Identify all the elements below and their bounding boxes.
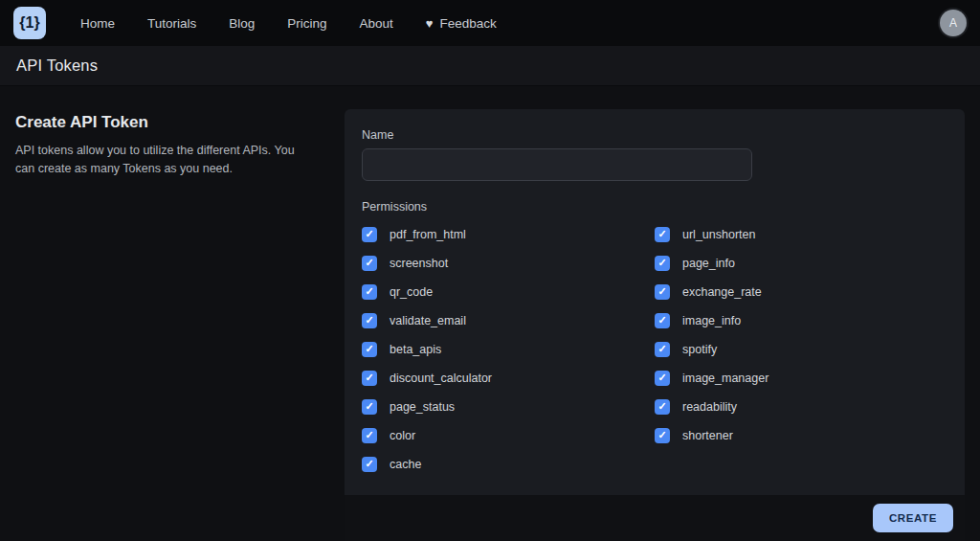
- permission-label: color: [390, 429, 415, 442]
- permissions-label: Permissions: [362, 200, 947, 214]
- permission-label: beta_apis: [390, 343, 441, 356]
- checkbox-exchange_rate[interactable]: ✓: [655, 284, 670, 300]
- permission-item-spotify[interactable]: ✓spotify: [655, 340, 947, 358]
- permission-item-cache[interactable]: ✓cache: [362, 455, 655, 473]
- nav-item-pricing[interactable]: Pricing: [287, 16, 326, 31]
- intro-title: Create API Token: [15, 113, 318, 132]
- permission-label: image_manager: [682, 372, 768, 385]
- nav-item-home[interactable]: Home: [80, 16, 115, 31]
- checkbox-page_status[interactable]: ✓: [362, 399, 377, 415]
- checkbox-spotify[interactable]: ✓: [655, 342, 670, 357]
- permission-label: readability: [682, 400, 737, 414]
- page-title: API Tokens: [16, 56, 98, 75]
- permission-item-url_unshorten[interactable]: ✓url_unshorten: [655, 225, 947, 243]
- create-button[interactable]: CREATE: [873, 504, 953, 532]
- permission-item-screenshot[interactable]: ✓screenshot: [362, 254, 655, 272]
- checkbox-url_unshorten[interactable]: ✓: [655, 227, 670, 242]
- permission-item-validate_email[interactable]: ✓validate_email: [362, 311, 655, 329]
- permission-label: spotify: [682, 343, 717, 356]
- navbar: {1} Home Tutorials Blog Pricing About ♥ …: [0, 0, 980, 46]
- name-input[interactable]: [362, 148, 752, 181]
- nav-item-tutorials[interactable]: Tutorials: [147, 16, 196, 31]
- permission-item-exchange_rate[interactable]: ✓exchange_rate: [655, 282, 947, 301]
- checkbox-page_info[interactable]: ✓: [655, 256, 670, 271]
- create-token-card: Name Permissions ✓pdf_from_html✓screensh…: [345, 109, 965, 541]
- permission-label: url_unshorten: [682, 228, 755, 241]
- permissions-grid: ✓pdf_from_html✓screenshot✓qr_code✓valida…: [362, 225, 947, 473]
- permission-item-page_status[interactable]: ✓page_status: [362, 397, 655, 416]
- checkbox-cache[interactable]: ✓: [362, 457, 377, 472]
- permission-item-color[interactable]: ✓color: [362, 426, 655, 444]
- checkbox-beta_apis[interactable]: ✓: [362, 342, 377, 357]
- permission-label: cache: [390, 458, 421, 471]
- permission-label: qr_code: [390, 285, 433, 299]
- permission-label: pdf_from_html: [390, 228, 466, 241]
- page-header: API Tokens: [0, 46, 980, 86]
- checkbox-validate_email[interactable]: ✓: [362, 313, 377, 328]
- permission-item-shortener[interactable]: ✓shortener: [655, 426, 947, 444]
- create-token-form: Name Permissions ✓pdf_from_html✓screensh…: [345, 109, 965, 495]
- app-logo[interactable]: {1}: [13, 7, 46, 39]
- permission-label: image_info: [682, 314, 741, 327]
- heart-icon: ♥: [426, 16, 434, 31]
- checkbox-shortener[interactable]: ✓: [655, 428, 670, 443]
- permission-item-image_info[interactable]: ✓image_info: [655, 311, 947, 329]
- nav-item-about[interactable]: About: [360, 16, 393, 31]
- permission-label: exchange_rate: [682, 285, 762, 299]
- permission-label: page_info: [682, 257, 735, 270]
- intro-column: Create API Token API tokens allow you to…: [15, 109, 345, 541]
- permission-label: page_status: [390, 400, 455, 414]
- permission-item-image_manager[interactable]: ✓image_manager: [655, 369, 947, 387]
- nav-item-feedback[interactable]: ♥ Feedback: [426, 16, 497, 31]
- permission-item-beta_apis[interactable]: ✓beta_apis: [362, 340, 655, 358]
- permission-item-pdf_from_html[interactable]: ✓pdf_from_html: [362, 225, 655, 243]
- card-footer: CREATE: [345, 495, 965, 541]
- permission-label: shortener: [682, 429, 733, 442]
- checkbox-pdf_from_html[interactable]: ✓: [362, 227, 377, 242]
- avatar[interactable]: A: [940, 10, 967, 36]
- permissions-column-right: ✓url_unshorten✓page_info✓exchange_rate✓i…: [655, 225, 947, 473]
- nav-item-blog[interactable]: Blog: [229, 16, 255, 31]
- permission-label: discount_calculator: [390, 372, 492, 385]
- permissions-column-left: ✓pdf_from_html✓screenshot✓qr_code✓valida…: [362, 225, 655, 473]
- permission-item-page_info[interactable]: ✓page_info: [655, 254, 947, 272]
- permission-label: screenshot: [390, 257, 448, 270]
- checkbox-image_info[interactable]: ✓: [655, 313, 670, 328]
- content: Create API Token API tokens allow you to…: [0, 86, 980, 541]
- checkbox-color[interactable]: ✓: [362, 428, 377, 443]
- checkbox-qr_code[interactable]: ✓: [362, 284, 377, 300]
- intro-description: API tokens allow you to utilize the diff…: [15, 142, 312, 179]
- name-label: Name: [362, 128, 947, 142]
- permission-label: validate_email: [390, 314, 466, 327]
- checkbox-image_manager[interactable]: ✓: [655, 371, 670, 386]
- permission-item-discount_calculator[interactable]: ✓discount_calculator: [362, 369, 655, 387]
- checkbox-readability[interactable]: ✓: [655, 399, 670, 415]
- nav-item-feedback-label: Feedback: [440, 16, 497, 31]
- permission-item-readability[interactable]: ✓readability: [655, 397, 947, 416]
- checkbox-screenshot[interactable]: ✓: [362, 256, 377, 271]
- permission-item-qr_code[interactable]: ✓qr_code: [362, 282, 655, 301]
- nav-links: Home Tutorials Blog Pricing About ♥ Feed…: [80, 16, 497, 31]
- checkbox-discount_calculator[interactable]: ✓: [362, 371, 377, 386]
